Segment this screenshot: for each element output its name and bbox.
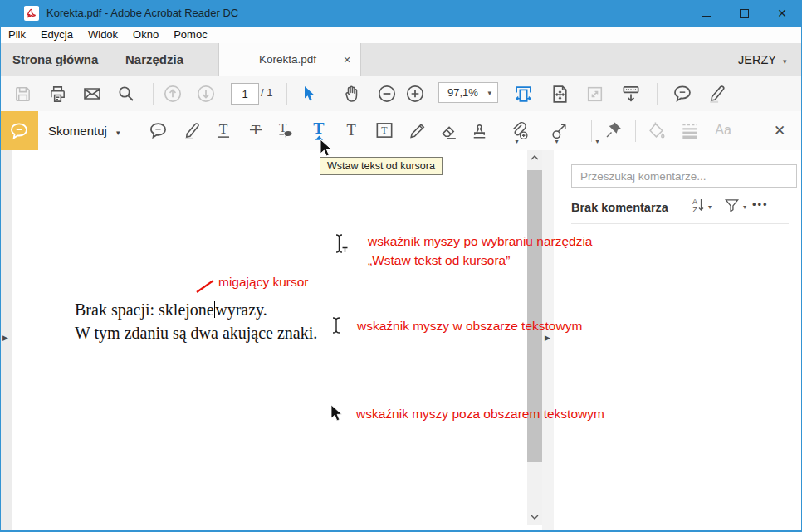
sort-comments-button[interactable]: AZ ▾	[692, 197, 708, 213]
previous-page-button[interactable]	[159, 80, 187, 108]
attach-file-tool[interactable]: ▾	[505, 116, 538, 144]
save-icon	[13, 85, 32, 104]
keep-tool-selected-pin[interactable]	[599, 116, 628, 144]
draw-tool[interactable]	[403, 116, 431, 144]
comment-menu-button[interactable]: Skomentuj ▾	[48, 111, 120, 150]
pin-icon	[604, 120, 624, 140]
eraser-tool[interactable]	[434, 116, 462, 144]
tab-document[interactable]: Korekta.pdf ✕	[218, 43, 361, 76]
text-box-tool[interactable]: T	[370, 116, 399, 144]
add-text-tool[interactable]: T	[337, 116, 365, 144]
window-border	[0, 27, 1, 532]
tab-home[interactable]: Strona główna	[12, 43, 98, 76]
select-tool-button[interactable]	[295, 80, 323, 108]
panel-divider-line	[571, 223, 789, 224]
fullscreen-button[interactable]	[580, 80, 609, 108]
text-properties-icon: Aa	[715, 123, 731, 137]
comment-bubble-icon	[672, 83, 693, 105]
save-button[interactable]	[8, 80, 37, 108]
search-button[interactable]	[112, 80, 140, 108]
comment-mode-tile[interactable]	[0, 111, 38, 150]
title-bar: Korekta.pdf - Adobe Acrobat Reader DC ✕	[0, 0, 802, 27]
annotation-note-3: wskaźnik myszy poza obszarem tekstowym	[356, 404, 604, 423]
toolbar-separator	[657, 83, 658, 105]
scroll-down-button[interactable]	[527, 510, 542, 525]
search-comments-input[interactable]	[571, 164, 797, 188]
menu-plik[interactable]: Plik	[1, 27, 33, 43]
sort-a-letter: A	[692, 198, 697, 206]
menu-bar: Plik Edycja Widok Okno Pomoc	[1, 27, 801, 43]
next-page-button[interactable]	[192, 80, 220, 108]
minimize-button[interactable]	[687, 0, 725, 27]
document-text: Brak spacji: sklejone	[75, 300, 214, 319]
fullscreen-icon	[584, 84, 605, 105]
page-total-label: / 1	[261, 81, 272, 105]
page-number-input[interactable]	[231, 83, 259, 105]
scroll-up-button[interactable]	[527, 150, 542, 165]
add-text-icon: T	[346, 122, 355, 139]
toolbar-separator	[286, 83, 287, 105]
expand-left-pane-button[interactable]: ▶	[2, 334, 8, 342]
maximize-button[interactable]	[725, 0, 763, 27]
chevron-up-icon	[531, 155, 539, 160]
menu-okno[interactable]: Okno	[125, 27, 166, 43]
sticky-note-tool[interactable]	[144, 116, 172, 144]
document-line-1: Brak spacji: sklejonewyrazy.	[75, 300, 267, 320]
comment-panel-button[interactable]	[668, 80, 697, 108]
underline-text-tool[interactable]: T	[209, 116, 237, 144]
highlight-tool-button[interactable]	[703, 80, 731, 108]
zoom-in-button[interactable]	[401, 80, 429, 108]
tab-bar: Strona główna Narzędzia Korekta.pdf ✕ ? …	[1, 43, 801, 77]
fit-width-button[interactable]	[509, 80, 537, 108]
menu-widok[interactable]: Widok	[81, 27, 125, 43]
tab-document-label: Korekta.pdf	[259, 43, 316, 76]
close-button[interactable]: ✕	[763, 0, 801, 27]
hand-tool-button[interactable]	[338, 80, 366, 108]
search-icon	[116, 84, 136, 104]
line-thickness-button[interactable]	[676, 116, 704, 144]
color-picker-button[interactable]	[643, 116, 671, 144]
tab-tools[interactable]: Narzędzia	[125, 43, 183, 76]
hide-toolbar-button[interactable]	[617, 80, 645, 108]
pencil-icon	[407, 120, 428, 141]
window-title: Korekta.pdf - Adobe Acrobat Reader DC	[46, 0, 238, 27]
arrow-cursor-icon	[330, 404, 343, 422]
toolbar-separator	[591, 120, 592, 142]
document-scrollbar[interactable]	[527, 150, 542, 525]
menu-pomoc[interactable]: Pomoc	[166, 27, 214, 43]
close-icon: ✕	[777, 7, 787, 20]
panel-divider[interactable]: ▶	[542, 150, 555, 530]
stamp-tool[interactable]: ▾	[465, 116, 498, 144]
zoom-level-select[interactable]: 97,1% ▾	[438, 82, 498, 103]
tooltip: Wstaw tekst od kursora	[320, 157, 443, 175]
close-comment-toolbar-button[interactable]: ✕	[765, 116, 794, 144]
toolbar-separator	[635, 120, 636, 142]
drawing-shapes-tool[interactable]: ▾	[545, 116, 579, 144]
chevron-down-icon: ▾	[743, 203, 746, 211]
left-pane-strip: ▶	[1, 150, 12, 530]
annotation-note-1-line-1: wskaźnik myszy po wybraniu narzędzia	[368, 232, 593, 251]
annotation-note-1-line-2: „Wstaw tekst od kursora”	[368, 251, 593, 270]
email-icon	[82, 84, 102, 104]
document-text: wyrazy.	[215, 300, 267, 319]
fit-page-button[interactable]	[545, 80, 574, 108]
tab-close-icon[interactable]: ✕	[339, 51, 355, 68]
text-properties-button[interactable]: Aa	[709, 116, 737, 144]
highlighter-icon	[707, 83, 728, 105]
highlight-text-tool[interactable]	[178, 116, 206, 144]
paint-bucket-icon	[647, 120, 668, 141]
replace-text-tool[interactable]: T	[271, 116, 300, 144]
comment-options-button[interactable]: •••	[752, 198, 769, 211]
annotation-blinking-cursor-label: migający kursor	[218, 272, 309, 291]
hand-icon	[342, 84, 363, 105]
strikethrough-text-tool[interactable]: T	[242, 116, 270, 144]
insert-text-cursor-icon	[335, 233, 350, 255]
menu-edycja[interactable]: Edycja	[33, 27, 81, 43]
user-menu[interactable]: JERZY▾	[738, 43, 786, 76]
email-button[interactable]	[78, 80, 106, 108]
highlighter-icon	[182, 120, 203, 141]
zoom-out-button[interactable]	[373, 80, 401, 108]
page-down-icon	[195, 83, 217, 105]
filter-comments-button[interactable]: ▾	[724, 197, 743, 213]
print-button[interactable]	[43, 80, 71, 108]
